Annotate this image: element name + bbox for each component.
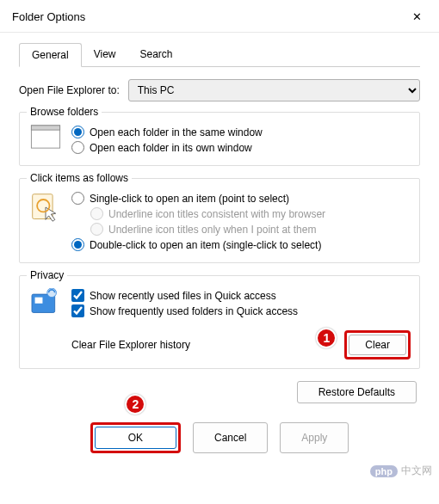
open-explorer-label: Open File Explorer to: [19,84,120,96]
annotation-badge-2: 2 [125,394,145,415]
radio-own-window[interactable] [71,141,84,154]
restore-defaults-button[interactable]: Restore Defaults [297,381,417,403]
browse-folders-group: Browse folders Open each folder in the s… [19,112,420,166]
svg-rect-5 [35,298,43,304]
tabstrip: General View Search [19,43,420,67]
single-click-option[interactable]: Single-click to open an item (point to s… [71,192,411,205]
close-icon[interactable]: ✕ [405,7,429,27]
underline-consistent: Underline icon titles consistent with my… [90,207,411,220]
cursor-click-icon [30,191,61,224]
browse-same-window[interactable]: Open each folder in the same window [71,126,411,138]
frequent-folders-label: Show frequently used folders in Quick ac… [90,305,298,317]
underline-consistent-label: Underline icon titles consistent with my… [108,208,325,220]
browse-own-window[interactable]: Open each folder in its own window [71,141,411,154]
svg-rect-1 [31,126,59,130]
titlebar: Folder Options ✕ [0,0,439,33]
double-click-option[interactable]: Double-click to open an item (single-cli… [71,238,411,251]
show-recent-files[interactable]: Show recently used files in Quick access [71,289,411,302]
clear-history-label: Clear File Explorer history [71,339,190,351]
checkbox-recent-files[interactable] [71,289,84,302]
privacy-group: Privacy Show recently used files in Quic… [19,275,420,369]
ok-button[interactable]: OK [95,427,176,449]
double-click-label: Double-click to open an item (single-cli… [90,239,321,251]
radio-underline-point [90,223,103,236]
clear-button[interactable]: Clear [349,335,406,355]
privacy-icon [30,288,61,316]
folder-window-icon [30,125,61,149]
window-title: Folder Options [12,10,85,23]
tab-general[interactable]: General [19,43,82,67]
annotation-highlight-clear: 1 Clear [344,330,411,360]
radio-single-click[interactable] [71,192,84,205]
radio-double-click[interactable] [71,238,84,251]
watermark-text: 中文网 [401,464,432,478]
tab-view[interactable]: View [82,43,128,66]
browse-own-window-label: Open each folder in its own window [90,142,252,154]
open-explorer-select[interactable]: This PC [128,79,420,101]
underline-point-label: Underline icon titles only when I point … [108,224,316,236]
single-click-label: Single-click to open an item (point to s… [90,193,289,205]
underline-point: Underline icon titles only when I point … [90,223,411,236]
apply-button: Apply [280,422,349,453]
browse-legend: Browse folders [27,106,102,118]
dialog-buttons: 2 OK Cancel Apply [19,422,420,453]
annotation-badge-1: 1 [316,328,337,348]
annotation-highlight-ok: 2 OK [90,422,181,453]
radio-same-window[interactable] [71,126,84,138]
recent-files-label: Show recently used files in Quick access [90,290,276,302]
click-legend: Click items as follows [27,172,132,184]
browse-same-window-label: Open each folder in the same window [90,126,263,138]
show-frequent-folders[interactable]: Show frequently used folders in Quick ac… [71,304,411,317]
open-explorer-row: Open File Explorer to: This PC [19,79,420,101]
php-logo-icon: php [370,465,398,477]
radio-underline-consistent [90,207,103,220]
dialog-content: General View Search Open File Explorer t… [0,33,439,460]
checkbox-frequent-folders[interactable] [71,304,84,317]
privacy-legend: Privacy [27,269,67,281]
tab-search[interactable]: Search [128,43,185,66]
cancel-button[interactable]: Cancel [193,422,268,453]
click-items-group: Click items as follows Single-click to o… [19,178,420,263]
watermark: php 中文网 [370,464,432,478]
